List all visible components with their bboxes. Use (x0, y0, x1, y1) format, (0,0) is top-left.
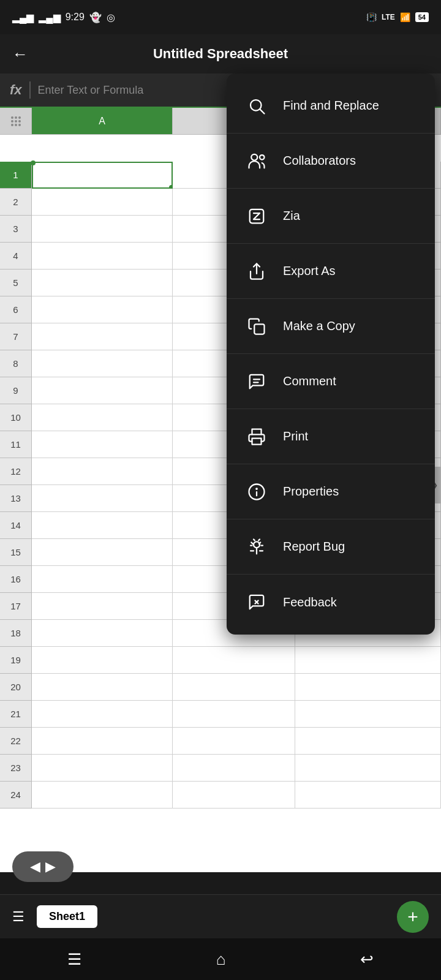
formula-divider (29, 81, 31, 99)
feedback-icon (244, 589, 270, 615)
app-title: Untitled Spreadsheet (153, 46, 288, 62)
cell-extra-24[interactable] (295, 782, 441, 809)
info-icon (244, 479, 270, 505)
menu-item-feedback[interactable]: Feedback (227, 575, 435, 630)
comment-icon (244, 369, 270, 394)
add-sheet-button[interactable]: + (397, 901, 429, 933)
hamburger-icon[interactable]: ☰ (12, 909, 24, 925)
cell-A20[interactable] (32, 674, 173, 701)
menu-item-label-report-bug: Report Bug (283, 540, 345, 554)
cell-A14[interactable] (32, 512, 173, 539)
formula-input[interactable]: Enter Text or Formula (38, 84, 144, 97)
cell-A17[interactable] (32, 593, 173, 620)
status-bar: ▂▄▆ ▂▄▆ 9:29 👻 ◎ 📳 LTE 📶 54 (0, 0, 441, 34)
svg-point-13 (254, 541, 260, 548)
cell-extra-20[interactable] (295, 674, 441, 701)
cell-B20[interactable] (173, 674, 295, 701)
nav-right-arrow[interactable]: ▶ (45, 859, 56, 875)
cell-extra-19[interactable] (295, 647, 441, 674)
cell-A23[interactable] (32, 755, 173, 782)
cell-A12[interactable] (32, 458, 173, 485)
menu-item-zia[interactable]: Zia (227, 189, 435, 244)
cell-A4[interactable] (32, 243, 173, 270)
grid-row-24 (32, 782, 441, 809)
row-number-23: 23 (0, 755, 32, 782)
cell-A3[interactable] (32, 216, 173, 243)
menu-item-print[interactable]: Print (227, 409, 435, 464)
navigation-bar: ☰ ⌂ ↩ (0, 938, 441, 980)
cell-A10[interactable] (32, 404, 173, 431)
print-icon (244, 424, 270, 450)
hamburger-nav-icon[interactable]: ☰ (67, 950, 81, 969)
row-number-24: 24 (0, 782, 32, 809)
menu-item-collaborators[interactable]: Collaborators (227, 134, 435, 189)
cell-A2[interactable] (32, 189, 173, 216)
home-nav-icon[interactable]: ⌂ (216, 950, 226, 969)
grid-row-19 (32, 647, 441, 674)
cell-A13[interactable] (32, 485, 173, 512)
status-left: ▂▄▆ ▂▄▆ 9:29 👻 ◎ (12, 12, 115, 23)
cell-A18[interactable] (32, 620, 173, 647)
cell-A19[interactable] (32, 647, 173, 674)
cell-A9[interactable] (32, 377, 173, 404)
svg-rect-6 (254, 324, 264, 334)
cell-A6[interactable] (32, 296, 173, 323)
cell-A21[interactable] (32, 701, 173, 728)
cell-B23[interactable] (173, 755, 295, 782)
menu-item-label-comment: Comment (283, 374, 336, 388)
back-nav-icon[interactable]: ↩ (360, 950, 374, 969)
menu-item-properties[interactable]: Properties (227, 464, 435, 519)
menu-item-label-print: Print (283, 429, 308, 443)
row-number-9: 9 (0, 377, 32, 404)
col-header-A[interactable]: A (32, 108, 173, 135)
corner-cell (0, 108, 32, 135)
cell-B22[interactable] (173, 728, 295, 755)
sheet1-tab[interactable]: Sheet1 (37, 905, 97, 928)
snapchat-icon: 👻 (89, 12, 102, 23)
menu-item-label-properties: Properties (283, 484, 339, 499)
row-number-13: 13 (0, 485, 32, 512)
row-number-7: 7 (0, 323, 32, 350)
cell-A15[interactable] (32, 539, 173, 566)
cell-A5[interactable] (32, 270, 173, 296)
signal-icon-2: ▂▄▆ (39, 12, 60, 23)
corner-dots-icon (11, 116, 21, 126)
row-number-16: 16 (0, 566, 32, 593)
zia-icon (244, 203, 270, 229)
cell-A1[interactable] (32, 162, 173, 189)
status-right: 📳 LTE 📶 54 (366, 12, 429, 22)
vibrate-icon: 📳 (366, 12, 377, 22)
battery-indicator: 54 (415, 12, 429, 22)
menu-item-report-bug[interactable]: Report Bug (227, 519, 435, 575)
cell-extra-21[interactable] (295, 701, 441, 728)
row-number-11: 11 (0, 431, 32, 458)
row-number-4: 4 (0, 243, 32, 270)
context-menu: Find and ReplaceCollaboratorsZiaExport A… (227, 74, 435, 635)
cell-B24[interactable] (173, 782, 295, 809)
cell-A8[interactable] (32, 350, 173, 377)
menu-item-find-replace[interactable]: Find and Replace (227, 78, 435, 134)
menu-item-comment[interactable]: Comment (227, 354, 435, 409)
cell-extra-22[interactable] (295, 728, 441, 755)
cell-A11[interactable] (32, 431, 173, 458)
menu-item-label-collaborators: Collaborators (283, 154, 356, 168)
row-number-17: 17 (0, 593, 32, 620)
svg-point-3 (260, 155, 265, 160)
menu-item-export-as[interactable]: Export As (227, 244, 435, 299)
cell-B21[interactable] (173, 701, 295, 728)
menu-item-label-find-replace: Find and Replace (283, 99, 379, 113)
cell-B19[interactable] (173, 647, 295, 674)
row-number-6: 6 (0, 296, 32, 323)
back-button[interactable]: ← (12, 45, 28, 64)
signal-icon-1: ▂▄▆ (12, 12, 34, 23)
cell-extra-23[interactable] (295, 755, 441, 782)
cell-A24[interactable] (32, 782, 173, 809)
cell-A16[interactable] (32, 566, 173, 593)
menu-item-make-copy[interactable]: Make a Copy (227, 299, 435, 354)
row-number-1: 1 (0, 162, 32, 189)
nav-left-arrow[interactable]: ◀ (30, 859, 40, 875)
svg-point-2 (251, 154, 257, 160)
copy-icon (244, 314, 270, 339)
cell-A7[interactable] (32, 323, 173, 350)
cell-A22[interactable] (32, 728, 173, 755)
